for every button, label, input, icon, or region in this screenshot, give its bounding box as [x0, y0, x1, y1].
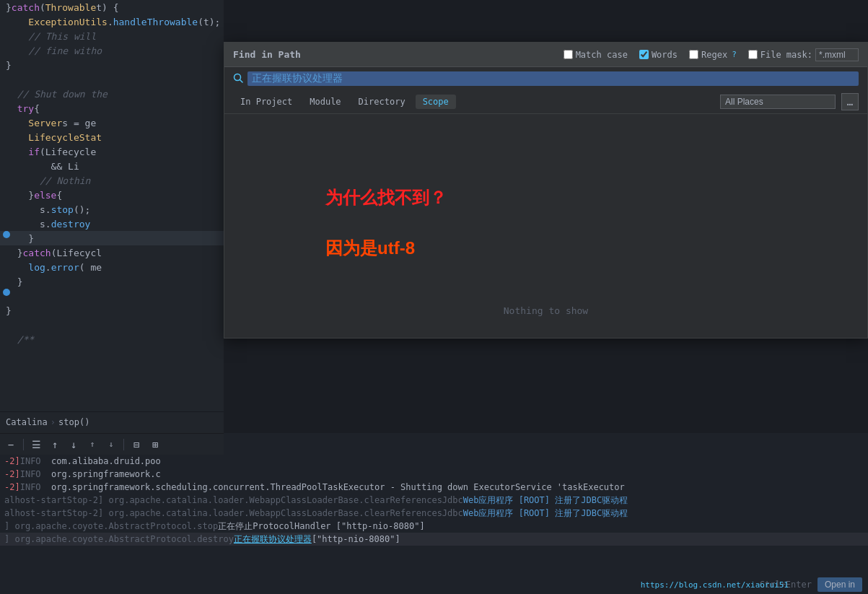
dialog-content: 为什么找不到？ 因为是utf-8 Nothing to show [224, 114, 867, 338]
tab-in-project[interactable]: In Project [233, 95, 299, 109]
url-bar: https://blog.csdn.net/xiaorui51 [641, 575, 789, 594]
breadcrumb-sep: › [51, 417, 56, 427]
code-line-16: s.destroy [0, 217, 224, 231]
code-line-22: } [0, 303, 224, 318]
console-area: -2] INFO com.alibaba.druid.poo -2] INFO … [0, 455, 868, 594]
annotation-why: 为什么找不到？ [325, 186, 447, 209]
toolbar-btn-down[interactable]: ↓ [66, 437, 82, 453]
toolbar-btn-down2[interactable]: ⇓ [103, 437, 119, 453]
code-line-12: && Li [0, 159, 224, 173]
bottom-toolbar: − ☰ ↑ ↓ ⇑ ⇓ ⊟ ⊞ [0, 433, 224, 455]
code-line-21 [0, 289, 224, 303]
nothing-to-show: Nothing to show [504, 305, 588, 316]
find-in-path-dialog: Find in Path Match case Words Regex ? Fi… [224, 42, 868, 339]
gutter-marker [3, 231, 10, 238]
search-icon [233, 73, 243, 85]
code-line-5: } [0, 58, 224, 72]
console-line-6: ] org.apache.coyote.AbstractProtocol.sto… [0, 520, 868, 533]
console-line-5: alhost-startStop-2] org.apache.catalina.… [0, 507, 868, 520]
console-line-1: -2] INFO com.alibaba.druid.poo [0, 455, 868, 468]
search-input[interactable] [252, 73, 854, 84]
find-options: Match case Words Regex ? File mask: [564, 48, 859, 61]
code-line-8: try { [0, 101, 224, 115]
console-line-7: ] org.apache.coyote.AbstractProtocol.des… [0, 533, 868, 546]
console-line-3: -2] INFO org.springframework.scheduling.… [0, 481, 868, 494]
words-checkbox[interactable] [639, 50, 649, 59]
code-line-2: ExceptionUtils.handleThrowable(t); [0, 14, 224, 29]
search-input-wrapper[interactable] [247, 71, 859, 86]
gutter-marker [3, 289, 10, 296]
breadcrumb: Catalina › stop() [0, 411, 224, 432]
words-label: Words [652, 50, 678, 60]
regex-checkbox[interactable] [689, 50, 698, 59]
console-line-4: alhost-startStop-2] org.apache.catalina.… [0, 494, 868, 507]
code-line-13: // Nothin [0, 173, 224, 188]
breadcrumb-right: stop() [58, 417, 89, 427]
url-text: https://blog.csdn.net/xiaorui51 [641, 580, 789, 590]
open-in-button[interactable]: Open in [817, 577, 862, 592]
toolbar-btn-up[interactable]: ↑ [47, 437, 63, 453]
code-editor: } catch (Throwable t) { ExceptionUtils.h… [0, 0, 224, 433]
file-mask-label: File mask: [760, 50, 812, 60]
code-line-10: LifecycleStat [0, 130, 224, 144]
toolbar-separator-2 [123, 439, 124, 450]
toolbar-btn-up2[interactable]: ⇑ [84, 437, 100, 453]
search-row [224, 67, 867, 90]
code-line-18: } catch (Lifecycl [0, 245, 224, 260]
code-line-6 [0, 72, 224, 87]
regex-label: Regex [701, 50, 727, 60]
code-line-14: } else { [0, 188, 224, 202]
toolbar-separator [23, 439, 24, 450]
words-option[interactable]: Words [639, 50, 678, 60]
dropdown-extra-btn[interactable]: … [841, 93, 859, 110]
annotation-reason: 因为是utf-8 [325, 237, 415, 260]
file-mask-option[interactable]: File mask: [748, 48, 859, 61]
regex-help-icon[interactable]: ? [732, 50, 737, 59]
code-line-7: // Shut down the [0, 87, 224, 101]
code-line-19: log.error( me [0, 260, 224, 274]
tab-directory[interactable]: Directory [351, 95, 413, 109]
breadcrumb-left: Catalina [6, 417, 48, 427]
regex-option[interactable]: Regex ? [689, 50, 737, 60]
code-line-4: // fine witho [0, 43, 224, 58]
code-line-23 [0, 318, 224, 332]
toolbar-btn-menu[interactable]: ☰ [28, 437, 44, 453]
toolbar-btn-split[interactable]: ⊟ [128, 437, 144, 453]
match-case-option[interactable]: Match case [564, 50, 628, 60]
toolbar-btn-minus[interactable]: − [3, 437, 19, 453]
scope-dropdown: All Places Project Files Project Product… [720, 93, 859, 110]
console-line-2: -2] INFO org.springframework.c [0, 468, 868, 481]
tab-module[interactable]: Module [302, 95, 348, 109]
code-line-1: } catch (Throwable t) { [0, 0, 224, 14]
svg-line-1 [240, 79, 243, 82]
tab-scope[interactable]: Scope [416, 95, 456, 109]
toolbar-btn-grid[interactable]: ⊞ [147, 437, 163, 453]
dialog-title: Find in Path [233, 49, 301, 60]
file-mask-checkbox[interactable] [748, 50, 758, 59]
dropdown-wrap: All Places Project Files Project Product… [720, 95, 836, 109]
scope-select[interactable]: All Places Project Files Project Product… [720, 95, 836, 109]
file-mask-input[interactable] [815, 48, 859, 61]
code-line-24: /** [0, 332, 224, 346]
match-case-checkbox[interactable] [564, 50, 573, 59]
code-line-3: // This will [0, 29, 224, 43]
match-case-label: Match case [576, 50, 628, 60]
code-line-20: } [0, 274, 224, 289]
dialog-header: Find in Path Match case Words Regex ? Fi… [224, 43, 867, 67]
code-line-15: s.stop(); [0, 202, 224, 217]
code-line-11: if (Lifecycle [0, 144, 224, 159]
tabs-row: In Project Module Directory Scope All Pl… [224, 90, 867, 114]
code-line-17: } [0, 231, 224, 245]
code-line-9: Server s = ge [0, 115, 224, 130]
